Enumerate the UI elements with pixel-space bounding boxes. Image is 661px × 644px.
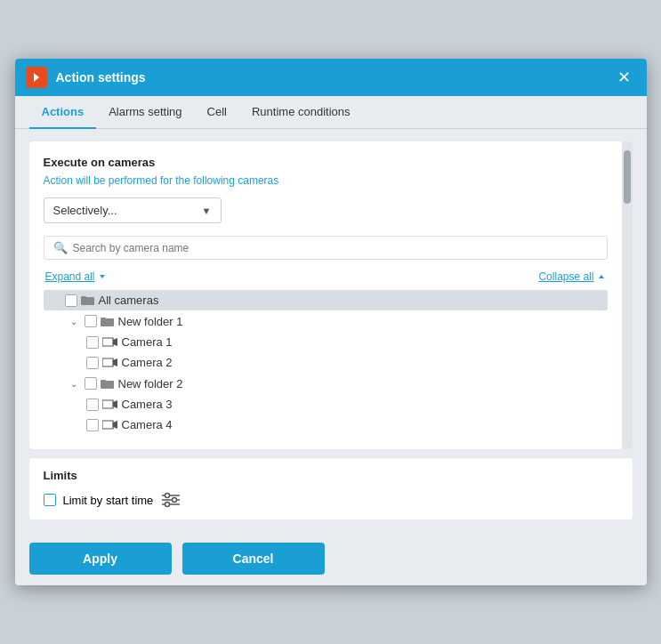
camera-tree: All cameras ⌄ New folder 1	[44, 290, 608, 435]
folder-icon	[101, 316, 115, 327]
apply-button[interactable]: Apply	[29, 543, 172, 575]
svg-marker-7	[102, 338, 113, 346]
camera-search-box: 🔍	[44, 236, 608, 260]
execute-panel-inner: Execute on cameras Action will be perfor…	[29, 141, 622, 449]
svg-marker-14	[113, 400, 117, 408]
scrollbar-thumb[interactable]	[624, 150, 631, 204]
svg-rect-12	[101, 380, 106, 382]
camera-search-input[interactable]	[73, 242, 598, 254]
tree-item-camera3[interactable]: Camera 3	[83, 394, 608, 415]
tab-actions[interactable]: Actions	[29, 96, 97, 129]
tab-runtime-conditions[interactable]: Runtime conditions	[239, 96, 363, 129]
tree-item-camera1[interactable]: Camera 1	[83, 332, 608, 352]
collapse-all-button[interactable]: Collapse all	[538, 270, 605, 283]
camera-icon	[102, 419, 118, 431]
camera-icon	[102, 336, 118, 348]
folder2-checkbox[interactable]	[85, 377, 97, 390]
selectively-dropdown[interactable]: Selectively... ▼	[44, 197, 222, 223]
svg-marker-10	[113, 358, 117, 366]
svg-rect-4	[81, 296, 86, 299]
expand-all-label: Expand all	[45, 270, 95, 283]
footer: Apply Cancel	[15, 532, 647, 585]
tree-item-folder1[interactable]: ⌄ New folder 1	[63, 310, 608, 332]
cancel-button[interactable]: Cancel	[182, 543, 325, 575]
svg-point-20	[165, 494, 170, 498]
limit-start-time-row: Limit by start time	[44, 491, 618, 509]
camera3-checkbox[interactable]	[86, 398, 99, 411]
folder1-label: New folder 1	[118, 315, 183, 328]
svg-point-22	[165, 503, 170, 507]
folder1-checkbox[interactable]	[85, 315, 97, 327]
tab-bar: Actions Alarms setting Cell Runtime cond…	[15, 96, 647, 129]
dropdown-value: Selectively...	[53, 204, 117, 217]
tree-item-camera2[interactable]: Camera 2	[83, 352, 608, 373]
collapse-all-label: Collapse all	[538, 270, 593, 283]
main-content: Execute on cameras Action will be perfor…	[15, 129, 647, 532]
limit-by-start-time-label: Limit by start time	[63, 494, 154, 507]
camera3-label: Camera 3	[122, 398, 173, 411]
folder1-expand-icon[interactable]: ⌄	[67, 314, 81, 328]
svg-marker-0	[34, 73, 39, 82]
limits-panel: Limits Limit by start time	[29, 458, 633, 519]
scrollbar-track[interactable]	[622, 141, 633, 449]
limit-by-start-time-checkbox[interactable]	[44, 494, 56, 506]
svg-marker-2	[599, 275, 604, 278]
close-button[interactable]: ✕	[612, 68, 636, 87]
filter-settings-icon[interactable]	[160, 491, 181, 509]
svg-rect-6	[101, 318, 106, 320]
app-icon	[26, 67, 47, 88]
tab-cell[interactable]: Cell	[195, 96, 239, 129]
chevron-down-icon	[98, 272, 107, 281]
expand-all-button[interactable]: Expand all	[45, 270, 107, 283]
camera4-checkbox[interactable]	[86, 419, 99, 431]
folder2-label: New folder 2	[118, 377, 183, 390]
title-bar: Action settings ✕	[15, 59, 647, 96]
folder-icon	[81, 294, 95, 306]
tree-item-all-cameras[interactable]: All cameras	[44, 290, 608, 310]
execute-panel: Execute on cameras Action will be perfor…	[29, 141, 633, 449]
all-cameras-checkbox[interactable]	[65, 294, 77, 307]
camera2-label: Camera 2	[122, 356, 173, 369]
svg-marker-16	[113, 421, 117, 429]
camera-icon	[102, 398, 118, 410]
svg-marker-1	[100, 275, 105, 278]
svg-marker-8	[113, 338, 117, 346]
chevron-down-icon: ▼	[202, 205, 212, 216]
tab-alarms-setting[interactable]: Alarms setting	[96, 96, 194, 129]
tree-item-folder2[interactable]: ⌄ New folder 2	[63, 373, 608, 394]
search-icon: 🔍	[53, 241, 68, 254]
camera2-checkbox[interactable]	[86, 357, 99, 369]
svg-point-21	[173, 498, 177, 503]
chevron-up-icon	[597, 272, 606, 281]
folder2-expand-icon[interactable]: ⌄	[67, 376, 81, 390]
camera4-label: Camera 4	[122, 418, 173, 431]
tree-item-camera4[interactable]: Camera 4	[83, 415, 608, 435]
camera-icon	[102, 357, 118, 368]
execute-subtitle: Action will be performed for the followi…	[44, 174, 608, 187]
camera1-checkbox[interactable]	[86, 336, 99, 349]
action-settings-dialog: Action settings ✕ Actions Alarms setting…	[15, 59, 647, 585]
svg-marker-13	[102, 400, 113, 408]
execute-title: Execute on cameras	[44, 156, 608, 169]
camera1-label: Camera 1	[122, 335, 173, 349]
chevron-right-icon	[30, 71, 43, 84]
tree-controls: Expand all Collapse all	[44, 270, 608, 283]
limits-title: Limits	[44, 469, 618, 482]
svg-marker-15	[102, 421, 113, 429]
svg-marker-9	[102, 358, 113, 366]
dialog-title: Action settings	[56, 70, 603, 85]
all-cameras-label: All cameras	[99, 294, 159, 307]
folder-icon	[101, 378, 115, 390]
